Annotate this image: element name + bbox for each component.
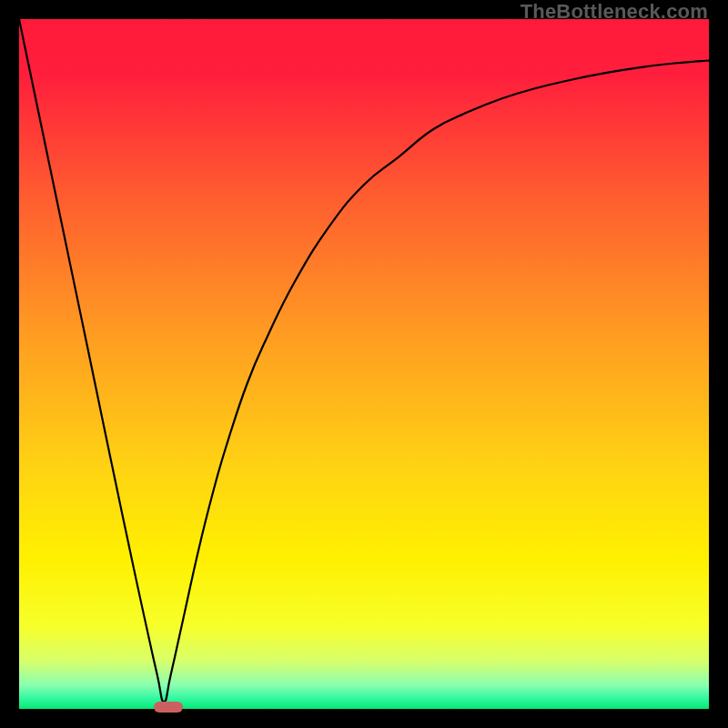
chart-background: [19, 19, 709, 709]
optimal-marker: [154, 702, 183, 713]
bottleneck-chart: [19, 19, 709, 709]
outer-frame: TheBottleneck.com: [0, 0, 728, 728]
